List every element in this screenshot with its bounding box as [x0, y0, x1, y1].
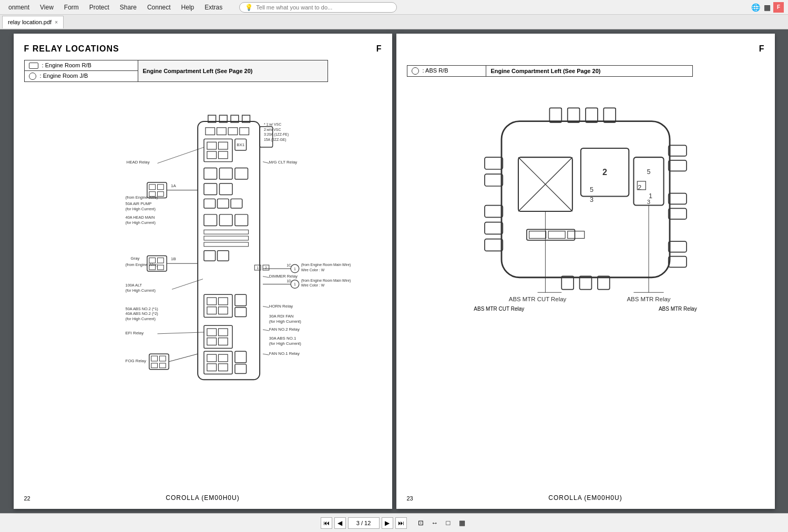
two-page-icon[interactable]: ▦: [456, 517, 468, 529]
diagram-area-right: 2 5 3 5 2 1 3 ABS MTR CUT Relay ABS MTR …: [407, 85, 764, 337]
abs-relay-diagram-svg: 2 5 3 5 2 1 3 ABS MTR CUT Relay ABS MTR …: [407, 85, 764, 337]
svg-text:50A ABS NO.2 (*1): 50A ABS NO.2 (*1): [125, 306, 158, 311]
svg-line-101: [172, 279, 203, 290]
svg-text:1: 1: [294, 267, 296, 271]
svg-rect-75: [159, 363, 166, 368]
svg-rect-42: [203, 230, 248, 234]
svg-text:(from Engine Room Main Wire): (from Engine Room Main Wire): [301, 279, 351, 283]
svg-text:1: 1: [257, 266, 259, 270]
svg-rect-11: [207, 142, 216, 149]
abs-location-cell: Engine Compartment Left (See Page 20): [486, 66, 692, 77]
svg-rect-53: [203, 251, 215, 261]
first-page-button[interactable]: ⏮: [321, 517, 332, 529]
svg-line-89: [157, 147, 203, 163]
svg-text:HEAD Relay: HEAD Relay: [126, 160, 149, 165]
svg-rect-67: [207, 329, 216, 336]
svg-rect-131: [668, 160, 686, 171]
page-number-input[interactable]: [348, 517, 380, 529]
menu-environment[interactable]: onment: [4, 3, 34, 12]
svg-rect-82: [234, 351, 246, 363]
svg-rect-18: [219, 168, 232, 180]
svg-text:BX1: BX1: [237, 142, 244, 147]
menu-help[interactable]: Help: [177, 3, 199, 12]
svg-rect-23: [217, 199, 229, 209]
svg-text:Wire Color : W: Wire Color : W: [301, 284, 324, 288]
svg-text:(for High Current): (for High Current): [269, 319, 301, 324]
page-corolla-left: COROLLA (EM00H0U): [166, 494, 239, 502]
jib-label: : Engine Room J/B: [40, 73, 88, 79]
svg-rect-54: [217, 251, 229, 261]
page-title-left: F RELAY LOCATIONS: [24, 44, 382, 54]
svg-rect-124: [502, 121, 670, 278]
menu-connect[interactable]: Connect: [143, 3, 175, 12]
svg-text:M/G CLT Relay: M/G CLT Relay: [269, 160, 296, 165]
tab-label: relay location.pdf: [8, 19, 52, 25]
svg-rect-17: [203, 168, 217, 180]
single-page-icon[interactable]: □: [443, 517, 454, 529]
menu-extras[interactable]: Extras: [200, 3, 227, 12]
page-label-f-right: F: [759, 44, 764, 54]
svg-line-91: [263, 162, 269, 163]
last-page-button[interactable]: ⏭: [395, 517, 407, 529]
menu-protect[interactable]: Protect: [85, 3, 114, 12]
svg-rect-130: [668, 145, 686, 156]
svg-text:* 1:w/ VSC: * 1:w/ VSC: [263, 122, 281, 126]
svg-rect-39: [203, 214, 217, 226]
svg-rect-127: [485, 206, 503, 218]
svg-rect-29: [157, 192, 163, 197]
pdf-tab[interactable]: relay location.pdf ×: [2, 16, 64, 28]
svg-line-115: [263, 306, 269, 308]
svg-rect-65: [234, 308, 246, 317]
svg-text:1A: 1A: [171, 183, 176, 188]
svg-text:30A ABS NO.1: 30A ABS NO.1: [269, 336, 296, 341]
svg-text:2: 2: [638, 184, 641, 191]
app-icon[interactable]: F: [773, 2, 784, 13]
tab-bar: relay location.pdf ×: [0, 15, 788, 29]
svg-rect-129: [485, 239, 503, 251]
svg-text:2: 2: [264, 266, 267, 270]
svg-text:2:w/o VSC: 2:w/o VSC: [263, 128, 280, 131]
svg-rect-125: [485, 157, 503, 169]
svg-rect-12: [218, 142, 228, 149]
grid-icon[interactable]: ▦: [762, 2, 772, 13]
tab-close-button[interactable]: ×: [55, 19, 58, 25]
svg-text:ABS MTR Relay: ABS MTR Relay: [627, 296, 670, 303]
web-icon[interactable]: 🌐: [750, 2, 761, 13]
svg-text:(for High Current): (for High Current): [125, 288, 155, 293]
search-bar[interactable]: 💡: [239, 2, 397, 13]
top-right-icons: 🌐 ▦ F: [750, 2, 784, 13]
svg-text:FAN NO.2 Relay: FAN NO.2 Relay: [269, 327, 299, 332]
svg-text:3:20A (1ZZ-FE): 3:20A (1ZZ-FE): [263, 133, 288, 137]
pdf-page-right: F : ABS R/B Engine Compartment Left (See…: [396, 34, 775, 509]
svg-rect-135: [668, 257, 686, 268]
svg-rect-157: [529, 231, 546, 239]
menu-share[interactable]: Share: [116, 3, 141, 12]
svg-text:Wire Color : W: Wire Color : W: [301, 268, 324, 272]
search-input[interactable]: [256, 4, 391, 11]
svg-rect-132: [668, 193, 686, 204]
location-cell-left: Engine Compartment Left (See Page 20): [138, 60, 328, 82]
svg-text:(for High Current): (for High Current): [269, 341, 301, 346]
svg-text:HORN Relay: HORN Relay: [269, 304, 292, 309]
fit-width-icon[interactable]: ↔: [429, 517, 441, 529]
next-page-button[interactable]: ▶: [382, 517, 393, 529]
svg-rect-19: [234, 168, 248, 180]
svg-rect-78: [207, 354, 216, 362]
svg-text:1B: 1B: [171, 257, 176, 262]
svg-text:1D: 1D: [286, 279, 291, 283]
fit-page-icon[interactable]: ⊡: [415, 517, 427, 529]
legend-table-left: : Engine Room R/B Engine Compartment Lef…: [24, 60, 328, 82]
svg-rect-72: [151, 356, 157, 361]
bottom-icons: ⊡ ↔ □ ▦: [415, 517, 468, 529]
svg-rect-138: [586, 108, 598, 122]
main-area: F RELAY LOCATIONS F : Engine Room R/B En…: [0, 29, 788, 513]
menu-view[interactable]: View: [36, 3, 58, 12]
prev-page-button[interactable]: ◀: [334, 517, 346, 529]
svg-rect-24: [231, 199, 242, 209]
menu-form[interactable]: Form: [60, 3, 83, 12]
svg-line-123: [263, 354, 269, 355]
svg-text:FAN NO.1 Relay: FAN NO.1 Relay: [269, 351, 299, 356]
svg-text:40A HEAD MAIN: 40A HEAD MAIN: [125, 215, 155, 220]
svg-rect-43: [203, 236, 248, 240]
svg-rect-6: [205, 128, 214, 135]
